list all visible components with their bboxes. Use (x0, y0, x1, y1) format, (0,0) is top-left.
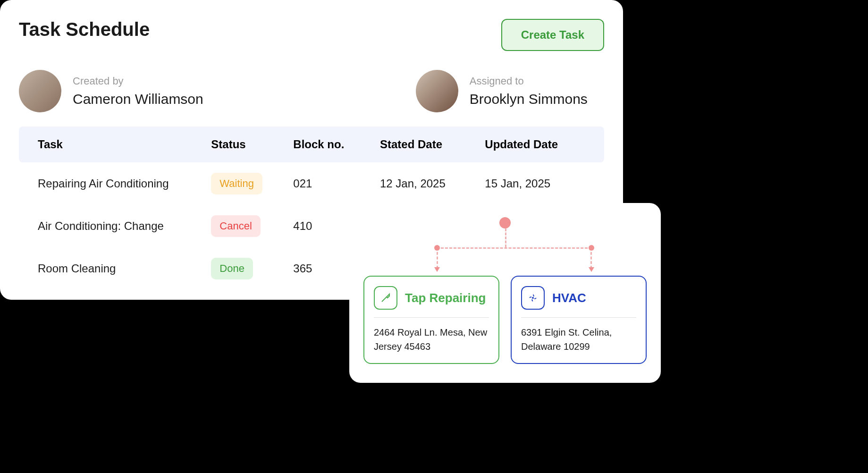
status-badge: Cancel (211, 215, 260, 237)
avatar (19, 70, 61, 112)
status-badge: Done (211, 258, 253, 279)
service-row: Tap Repairing 2464 Royal Ln. Mesa, New J… (363, 276, 647, 364)
page-title: Task Schedule (19, 19, 150, 40)
tree-root-node (499, 217, 511, 228)
divider (521, 317, 636, 318)
divider (374, 317, 489, 318)
status-badge: Waiting (211, 173, 262, 194)
create-task-button[interactable]: Create Task (501, 19, 604, 51)
col-header-status: Status (211, 138, 293, 151)
table-row[interactable]: Repairing Air Conditioning Waiting 021 1… (19, 162, 604, 205)
service-address: 2464 Royal Ln. Mesa, New Jersey 45463 (374, 325, 489, 354)
updated-cell: 15 Jan, 2025 (485, 177, 585, 190)
header-row: Task Schedule Create Task (19, 19, 604, 51)
service-tree-card: Tap Repairing 2464 Royal Ln. Mesa, New J… (349, 203, 661, 383)
col-header-stated: Stated Date (380, 138, 485, 151)
created-by-name: Cameron Williamson (73, 91, 203, 107)
svg-point-0 (532, 297, 534, 299)
fan-icon (521, 286, 545, 310)
service-card-hvac[interactable]: HVAC 6391 Elgin St. Celina, Delaware 102… (511, 276, 647, 364)
service-card-tap-repairing[interactable]: Tap Repairing 2464 Royal Ln. Mesa, New J… (363, 276, 499, 364)
task-cell: Air Conditioning: Change (38, 220, 211, 233)
col-header-task: Task (38, 138, 211, 151)
screwdriver-icon (374, 286, 397, 310)
col-header-block: Block no. (293, 138, 380, 151)
assigned-to: Assigned to Brooklyn Simmons (416, 70, 588, 112)
stated-cell: 12 Jan, 2025 (380, 177, 485, 190)
task-cell: Repairing Air Conditioning (38, 177, 211, 190)
created-by-label: Created by (73, 75, 203, 87)
assigned-to-name: Brooklyn Simmons (470, 91, 588, 107)
col-header-updated: Updated Date (485, 138, 585, 151)
service-title: HVAC (552, 291, 586, 305)
assigned-to-label: Assigned to (470, 75, 588, 87)
block-cell: 021 (293, 177, 380, 190)
people-row: Created by Cameron Williamson Assigned t… (19, 70, 604, 112)
task-cell: Room Cleaning (38, 262, 211, 275)
service-title: Tap Repairing (405, 291, 486, 305)
table-header: Task Status Block no. Stated Date Update… (19, 127, 604, 162)
service-address: 6391 Elgin St. Celina, Delaware 10299 (521, 325, 636, 354)
created-by: Created by Cameron Williamson (19, 70, 203, 112)
avatar (416, 70, 458, 112)
tree-connectors (363, 228, 647, 276)
